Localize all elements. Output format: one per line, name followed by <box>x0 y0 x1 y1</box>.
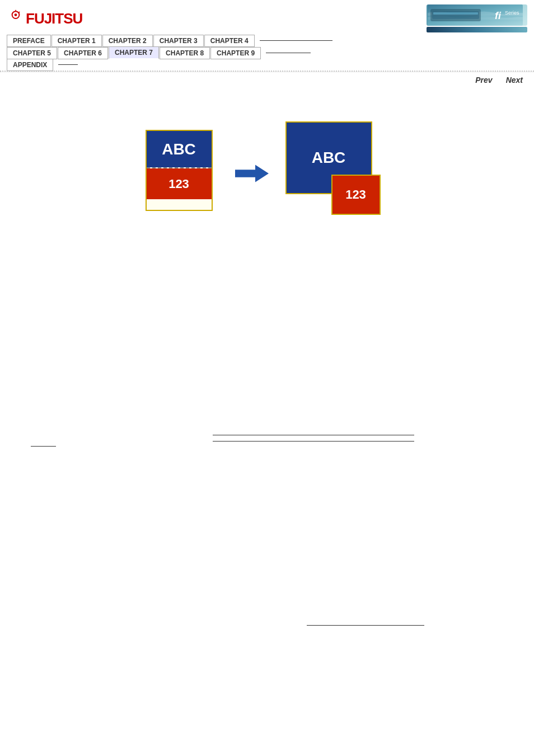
svg-text:Series: Series <box>505 10 519 16</box>
nav-tab-chapter6[interactable]: CHAPTER 6 <box>58 47 108 59</box>
logo-area: FUJITSU <box>7 10 82 27</box>
nav-tab-chapter1[interactable]: CHAPTER 1 <box>51 35 102 47</box>
nav-tab-appendix[interactable]: APPENDIX <box>7 59 53 71</box>
left-outer-box: ABC 123 <box>146 130 213 211</box>
short-line-left <box>31 446 56 447</box>
nav-line-3 <box>58 64 78 65</box>
nav-row-3: APPENDIX <box>7 59 527 71</box>
nav-tab-chapter7[interactable]: CHAPTER 7 <box>109 46 159 59</box>
fujitsu-text: FUJITSU <box>26 10 82 27</box>
underline-1 <box>213 435 414 435</box>
toolbar: Prev Next <box>0 72 534 88</box>
nav-tab-chapter4[interactable]: CHAPTER 4 <box>204 35 255 47</box>
svg-rect-9 <box>433 12 478 15</box>
right-abc-text: ABC <box>312 149 346 167</box>
left-num-text: 123 <box>168 177 189 191</box>
underlines-group <box>213 435 414 442</box>
left-box-bottom-red: 123 <box>147 168 212 199</box>
nav-container: PREFACE CHAPTER 1 CHAPTER 2 CHAPTER 3 CH… <box>0 35 534 72</box>
left-box-top: ABC 123 <box>147 131 212 199</box>
right-num-text: 123 <box>345 187 366 202</box>
nav-row-1: PREFACE CHAPTER 1 CHAPTER 2 CHAPTER 3 CH… <box>7 35 527 46</box>
svg-line-3 <box>19 12 20 13</box>
svg-marker-10 <box>235 165 269 182</box>
nav-tab-chapter9[interactable]: CHAPTER 9 <box>210 47 261 59</box>
prev-button[interactable]: Prev <box>471 74 496 86</box>
main-content: ABC 123 ABC <box>0 88 534 270</box>
right-arrow <box>235 162 269 185</box>
right-box-bottom-red: 123 <box>331 175 381 215</box>
nav-tab-chapter2[interactable]: CHAPTER 2 <box>102 35 153 47</box>
fujitsu-logo: FUJITSU <box>7 10 82 27</box>
page-header: FUJITSU fi Series <box>0 0 534 35</box>
nav-tab-chapter5[interactable]: CHAPTER 5 <box>7 47 57 59</box>
nav-line-2 <box>266 53 311 53</box>
fi-series-banner: fi Series <box>428 4 523 26</box>
nav-row-2: CHAPTER 5 CHAPTER 6 CHAPTER 7 CHAPTER 8 … <box>7 46 527 59</box>
diagram-area: ABC 123 ABC <box>11 121 523 225</box>
nav-tab-preface[interactable]: PREFACE <box>7 35 51 47</box>
left-box-top-blue: ABC <box>147 131 212 167</box>
left-image-box: ABC 123 <box>146 130 218 217</box>
underline-2 <box>213 441 414 442</box>
fujitsu-icon <box>7 10 25 27</box>
arrow-svg <box>235 161 269 186</box>
nav-tab-chapter3[interactable]: CHAPTER 3 <box>153 35 204 47</box>
svg-text:fi: fi <box>495 10 502 21</box>
nav-tab-chapter8[interactable]: CHAPTER 8 <box>160 47 210 59</box>
left-abc-text: ABC <box>162 140 196 158</box>
right-image-box: ABC 123 <box>285 121 389 225</box>
fi-series-logo: fi Series <box>427 4 527 32</box>
bottom-line <box>307 625 424 626</box>
next-button[interactable]: Next <box>502 74 527 86</box>
nav-line-1 <box>260 40 332 41</box>
svg-point-1 <box>15 13 17 16</box>
